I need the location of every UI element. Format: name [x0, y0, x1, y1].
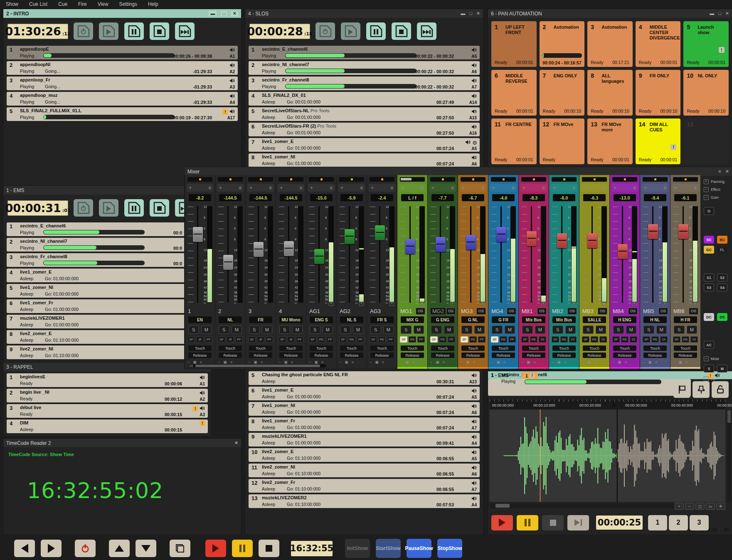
ac-button[interactable]: AC [704, 341, 714, 349]
pan-slider[interactable] [309, 177, 334, 182]
tcr-title-bar[interactable]: TimeCode Reader 2 ✕ [3, 439, 241, 447]
strip-name[interactable]: MU Mono [279, 316, 303, 323]
solo-button[interactable]: S [522, 326, 533, 334]
snap-icon[interactable]: ✛ [716, 503, 725, 510]
fader-handle[interactable] [678, 224, 688, 239]
release-button[interactable]: Release [431, 353, 454, 358]
add-icon[interactable]: + [431, 185, 434, 191]
fader-handle[interactable] [254, 242, 264, 257]
release-button[interactable]: Release [583, 353, 606, 358]
slos-transport-pause-button[interactable] [366, 22, 386, 40]
strip-name[interactable]: G FR [492, 316, 515, 323]
fader-handle[interactable] [223, 255, 233, 270]
strip-name[interactable]: H ENG [613, 316, 636, 323]
solo-button[interactable]: S [552, 326, 563, 334]
strip-di-button[interactable]: DI [630, 336, 637, 343]
solo-button[interactable]: S [279, 326, 290, 334]
cue-row[interactable]: 8live2_zomer_EAsleepGo: 01:10:00:000 [7, 330, 208, 344]
bank-button-1[interactable]: 1 [648, 515, 667, 530]
mixer-h-scrollbar[interactable] [189, 364, 326, 368]
meter-icon[interactable]: ▣ [466, 360, 470, 364]
list-icon[interactable]: ≡ [625, 360, 627, 364]
cue-row[interactable]: 5live1_zomer_NlAsleepGo: 01:00:00:000 [7, 284, 208, 298]
cue-row[interactable]: 3début liveReady00:00:15A3! [7, 404, 208, 418]
mute-button[interactable]: M [444, 326, 455, 334]
release-button[interactable]: Release [188, 353, 212, 358]
list-icon[interactable]: ≡ [412, 360, 414, 364]
release-button[interactable]: Release [219, 353, 242, 358]
rappel-title-bar[interactable]: 3 - RAPPEL [3, 363, 211, 371]
strip-menu-icon[interactable]: ≡ [512, 185, 515, 191]
add-icon[interactable]: + [583, 185, 586, 191]
fader-handle[interactable] [345, 229, 355, 244]
add-icon[interactable]: + [523, 185, 525, 191]
strip-sf-button[interactable]: SF [521, 336, 529, 343]
mute-button[interactable]: M [596, 326, 606, 334]
ds-button[interactable]: DS [717, 313, 727, 321]
strip-pf-button[interactable]: PF [448, 336, 455, 343]
player-play-button[interactable] [491, 515, 513, 530]
strip-sf-button[interactable]: SF [279, 336, 286, 343]
solo-button[interactable]: S [613, 326, 624, 334]
pan-slider[interactable] [187, 177, 212, 182]
meter-icon[interactable]: ▣ [193, 360, 197, 364]
collapse-icon[interactable]: − [552, 360, 554, 364]
solo-button[interactable]: S [643, 326, 654, 334]
list-icon[interactable]: ≡ [321, 360, 323, 364]
pan-slider[interactable] [582, 177, 607, 182]
fader-value[interactable]: -6.7 [462, 194, 484, 201]
fader-value[interactable]: -6.1 [674, 194, 697, 201]
collapse-icon[interactable]: − [582, 360, 584, 364]
strip-ø-button[interactable]: Ø [287, 336, 295, 343]
os-button[interactable]: OS [628, 308, 638, 315]
meter-icon[interactable]: ▣ [618, 360, 621, 364]
cue-row[interactable]: 6live1_zomer_FrAsleepGo: 01:00:00:000 [7, 299, 208, 313]
strip-name[interactable]: MIX G [401, 316, 424, 323]
meter-icon[interactable]: ▣ [557, 360, 561, 364]
strip-menu-icon[interactable]: ≡ [330, 185, 333, 191]
pan-cue-button[interactable]: 9FR ONLYReady00:00:10 [636, 70, 681, 116]
bank-button-2[interactable]: 2 [669, 515, 688, 530]
strip-name[interactable]: Mix Bus [552, 316, 576, 323]
cue-row[interactable]: 1appendloopEPlaying00:00:26 - 00:09:38A1 [7, 46, 238, 59]
strip-menu-icon[interactable]: ≡ [360, 185, 363, 191]
cue-row[interactable]: 9live2_zomer_NlAsleepGo: 01:10:00:000 [7, 345, 208, 359]
add-icon[interactable]: + [614, 185, 616, 191]
cue-row[interactable]: 4appendloop_muzPlayingGoing...-01:29:33A… [7, 92, 238, 106]
waveform-h-scrollbar[interactable] [490, 503, 682, 508]
cue-row[interactable]: 4DIMAsleep00:00:15! [7, 419, 208, 433]
menu-item-view[interactable]: View [98, 1, 108, 7]
pan-cue-button[interactable]: 14DIM ALL CUESReady00:00:01! [636, 118, 681, 164]
strip-re-button[interactable]: RE [530, 336, 537, 343]
fader-value[interactable]: -144.5 [219, 194, 242, 201]
list-icon[interactable]: ≡ [473, 360, 475, 364]
mute-button[interactable]: M [323, 326, 333, 334]
cue-row[interactable]: 3secintro_Fr_channel8Playing00:00:22 - 0… [249, 76, 480, 90]
expand-icon[interactable]: + [602, 301, 606, 306]
strip-pf-button[interactable]: PF [387, 336, 394, 343]
mute-button[interactable]: M [414, 326, 424, 334]
cue-row[interactable]: 2appendloopNlPlayingGoing...-01:29:33A2 [7, 61, 238, 75]
cue-row[interactable]: 2begin live _NlReady00:00:12A2 [7, 389, 208, 402]
pan-slider[interactable] [491, 177, 516, 182]
strip-menu-icon[interactable]: ≡ [451, 185, 454, 191]
strip-pf-button[interactable]: PF [296, 336, 303, 343]
list-icon[interactable]: ≡ [261, 360, 263, 364]
pan-cue-button[interactable]: 8ALL languagesReady00:00:10 [587, 70, 633, 116]
strip-sf-button[interactable]: SF [491, 336, 498, 343]
pan-slider[interactable] [612, 177, 637, 182]
strip-ø-button[interactable]: Ø [196, 336, 204, 343]
release-button[interactable]: Release [643, 353, 667, 358]
strip-sf-button[interactable]: SF [339, 336, 347, 343]
strip-menu-icon[interactable]: ≡ [239, 185, 242, 191]
cue-row[interactable]: 7live1_zomer_NlAsleepGo: 01:00:00:00000:… [249, 402, 480, 416]
strip-menu-icon[interactable]: ≡ [269, 185, 272, 191]
pan-cue-button[interactable]: 13FR MOve moreReady00:00:01 [587, 118, 633, 164]
fader-handle[interactable] [405, 239, 415, 254]
strip-menu-icon[interactable]: ≡ [390, 185, 393, 191]
os-button[interactable]: OS [658, 308, 668, 315]
expand-icon[interactable]: + [359, 301, 364, 306]
meter-icon[interactable]: ▣ [284, 360, 288, 364]
touch-button[interactable]: Touch [492, 345, 515, 351]
strip-sf-button[interactable]: SF [673, 336, 680, 343]
